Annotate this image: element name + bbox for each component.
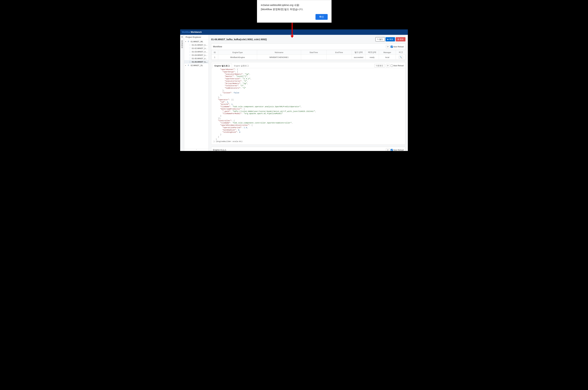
chevron-right-icon: ▸ <box>185 64 187 66</box>
tree-root[interactable]: ▾⚙01.MNIST_ML <box>184 40 209 43</box>
resource-reload-button[interactable]: ⟳ <box>386 148 390 151</box>
tree-label: 01-06.MNIST_kafka_k... <box>192 61 208 63</box>
tree-root[interactable]: ▸⚙02.MNIST_DL <box>184 64 209 67</box>
project-explorer: Project Explorer ▾⚙01.MNIST_ML⛶01-01.MNI… <box>184 35 209 151</box>
resource-panel: Engine 리소스 ⟳ Auto Reload Task IDCPUMemor… <box>211 147 405 151</box>
wf-col-header: EndTime <box>326 50 352 55</box>
chevron-down-icon: ▾ <box>185 41 187 43</box>
log-tabs: Engine 빌드로그 Engine 실행로그 다운로드 ⟳ Auto Relo… <box>211 62 405 68</box>
build-button[interactable]: ✎빌드 <box>375 37 385 42</box>
explorer-title: Project Explorer <box>184 35 209 40</box>
workflow-panel: Workflow ⟳ Auto Reload IDEngineTypeNickn… <box>211 44 405 60</box>
wf-col-header: ID <box>212 50 218 55</box>
header-workflow: Workflow <box>182 31 190 33</box>
tree-label: 01-02.MNIST_http_ht... <box>192 47 208 49</box>
alert-dialog: in2wise-webtoolkit.iptime.org 내용: [Workf… <box>257 0 331 23</box>
tree-label: 01-04.MNIST_kafka_f... <box>192 54 208 56</box>
tree-label: 01-03.MNIST_http_k... <box>192 51 208 53</box>
tree-child[interactable]: ⛶01-06.MNIST_kafka_k... <box>184 60 209 64</box>
top-header: Workflow Workbench <box>180 29 408 35</box>
annotation-arrow <box>292 22 293 36</box>
resource-autoreload-checkbox[interactable] <box>391 149 393 151</box>
page-title: 01-06.MNIST_kafka_kafka(csle1:9092, csle… <box>211 38 375 41</box>
power-icon: ⏻ <box>398 38 399 40</box>
tree-label: 02.MNIST_DL <box>191 64 203 66</box>
tree-child[interactable]: ⛶01-03.MNIST_http_k... <box>184 50 209 53</box>
workflow-panel-title: Workflow <box>213 46 386 48</box>
deploy-button[interactable]: ▶배포 <box>385 37 395 42</box>
workflow-icon: ⛶ <box>189 61 191 63</box>
tab-run-log[interactable]: Engine 실행로그 <box>232 63 251 68</box>
wf-col-header: 비고 <box>396 50 406 55</box>
play-icon: ▶ <box>387 38 389 40</box>
left-tab-label[interactable]: 운영화면 <box>181 39 183 47</box>
workflow-icon: ⛶ <box>189 57 191 59</box>
workflow-autoreload[interactable]: Auto Reload <box>391 46 404 48</box>
alert-ok-button[interactable]: 확인 <box>316 14 328 20</box>
wf-col-header: 빌드상태 <box>352 50 365 55</box>
workflow-reload-button[interactable]: ⟳ <box>386 45 390 48</box>
detail-button[interactable]: 🔍 <box>399 56 403 59</box>
wf-col-header: Manager <box>379 50 396 55</box>
workflow-icon: ⛶ <box>189 47 191 49</box>
tree-child[interactable]: ⛶01-04.MNIST_kafka_f... <box>184 53 209 57</box>
main-content: 01-06.MNIST_kafka_kafka(csle1:9092, csle… <box>209 35 408 151</box>
header-workbench: Workbench <box>191 31 202 33</box>
folder-icon: ⚙ <box>188 40 190 43</box>
app-body: ⚙ 운영화면 Project Explorer ▾⚙01.MNIST_ML⛶01… <box>180 35 408 151</box>
stop-button[interactable]: ⏻종료 <box>396 37 405 42</box>
tree-label: 01-01.MNIST_http_fil... <box>192 44 208 46</box>
wf-col-header: EngineType <box>218 50 257 55</box>
workflow-autoreload-checkbox[interactable] <box>391 46 393 48</box>
alert-title: in2wise-webtoolkit.iptime.org 내용: <box>261 3 328 7</box>
alert-message: [Workflow 운영화면] 빌드 하였습니다. <box>261 8 328 11</box>
tree-child[interactable]: ⛶01-01.MNIST_http_fil... <box>184 43 209 47</box>
project-tree: ▾⚙01.MNIST_ML⛶01-01.MNIST_http_fil...⛶01… <box>184 40 209 148</box>
wf-col-header: StartTime <box>301 50 326 55</box>
log-download-button[interactable]: 다운로드 <box>374 64 385 67</box>
tab-build-log[interactable]: Engine 빌드로그 <box>212 63 232 68</box>
settings-icon[interactable]: ⚙ <box>180 36 184 38</box>
workflow-icon: ⛶ <box>189 44 191 46</box>
workflow-icon: ⛶ <box>189 51 191 53</box>
pencil-icon: ✎ <box>377 38 378 40</box>
resource-panel-title: Engine 리소스 <box>213 148 386 151</box>
table-row[interactable]: 1MiniBatchEngineMINIBATCHENGINE1succeede… <box>212 55 406 60</box>
left-tab-rail: ⚙ 운영화면 <box>180 35 184 151</box>
log-body: "sparkRunner": { "sparkArgs": { "execute… <box>211 68 405 145</box>
tree-label: 01.MNIST_ML <box>191 41 203 43</box>
log-autoreload[interactable]: Auto Reload <box>391 65 404 67</box>
wf-col-header: Nickname <box>257 50 301 55</box>
resource-autoreload[interactable]: Auto Reload <box>391 149 404 151</box>
folder-icon: ⚙ <box>188 64 190 66</box>
wf-col-header: 배포상태 <box>365 50 379 55</box>
workflow-table: IDEngineTypeNicknameStartTimeEndTime빌드상태… <box>211 50 406 60</box>
tree-label: 01-05.MNIST_kafka_... <box>192 57 208 59</box>
log-panel: Engine 빌드로그 Engine 실행로그 다운로드 ⟳ Auto Relo… <box>211 62 405 145</box>
tree-child[interactable]: ⛶01-02.MNIST_http_ht... <box>184 47 209 50</box>
tree-child[interactable]: ⛶01-05.MNIST_kafka_... <box>184 57 209 60</box>
collapse-explorer-button[interactable]: ‹ <box>184 148 209 151</box>
workflow-icon: ⛶ <box>189 54 191 56</box>
log-reload-button[interactable]: ⟳ <box>386 64 390 67</box>
log-autoreload-checkbox[interactable] <box>391 65 393 67</box>
